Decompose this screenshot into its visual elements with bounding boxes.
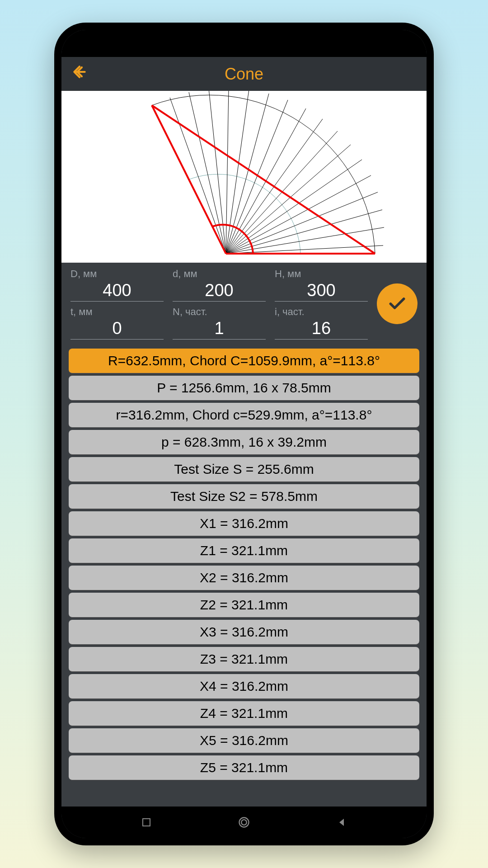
page-title: Cone bbox=[225, 65, 263, 84]
result-row[interactable]: Z2 = 321.1mm bbox=[69, 593, 419, 618]
svg-point-25 bbox=[241, 820, 247, 825]
result-row[interactable]: X5 = 316.2mm bbox=[69, 728, 419, 753]
check-icon bbox=[387, 294, 407, 314]
android-nav-bar bbox=[61, 807, 427, 838]
input-value-i[interactable]: 16 bbox=[275, 319, 368, 340]
input-value-t[interactable]: 0 bbox=[70, 319, 164, 340]
input-label: N, част. bbox=[173, 306, 266, 318]
svg-line-7 bbox=[226, 94, 269, 254]
status-bar bbox=[61, 30, 427, 57]
input-D: D, мм 400 bbox=[70, 268, 164, 302]
input-value-H[interactable]: 300 bbox=[275, 281, 368, 302]
input-grid: D, мм 400 d, мм 200 H, мм 300 t, мм 0 N,… bbox=[70, 268, 368, 340]
result-row[interactable]: R=632.5mm, Chord C=1059.9mm, a°=113.8° bbox=[69, 349, 419, 373]
result-row[interactable]: X1 = 316.2mm bbox=[69, 511, 419, 536]
result-row[interactable]: p = 628.3mm, 16 x 39.2mm bbox=[69, 430, 419, 455]
result-row[interactable]: Z5 = 321.1mm bbox=[69, 755, 419, 780]
input-d: d, мм 200 bbox=[173, 268, 266, 302]
result-row[interactable]: Z3 = 321.1mm bbox=[69, 647, 419, 672]
input-label: D, мм bbox=[70, 268, 164, 280]
input-t: t, мм 0 bbox=[70, 306, 164, 340]
results-list[interactable]: R=632.5mm, Chord C=1059.9mm, a°=113.8°P … bbox=[61, 345, 427, 807]
calculate-button[interactable] bbox=[377, 283, 418, 324]
svg-line-21 bbox=[152, 105, 375, 254]
input-label: t, мм bbox=[70, 306, 164, 318]
cone-diagram bbox=[61, 91, 427, 263]
result-row[interactable]: Z4 = 321.1mm bbox=[69, 701, 419, 726]
input-value-d[interactable]: 200 bbox=[173, 281, 266, 302]
input-label: d, мм bbox=[173, 268, 266, 280]
result-row[interactable]: X4 = 316.2mm bbox=[69, 674, 419, 699]
result-row[interactable]: Z1 = 321.1mm bbox=[69, 538, 419, 563]
svg-line-5 bbox=[226, 91, 229, 254]
home-icon[interactable] bbox=[237, 816, 251, 829]
phone-frame: Cone bbox=[54, 23, 434, 845]
svg-line-8 bbox=[226, 100, 288, 254]
result-row[interactable]: Test Size S2 = 578.5mm bbox=[69, 484, 419, 509]
input-i: i, част. 16 bbox=[275, 306, 368, 340]
input-label: i, част. bbox=[275, 306, 368, 318]
back-arrow-icon[interactable] bbox=[70, 63, 89, 85]
result-row[interactable]: X3 = 316.2mm bbox=[69, 620, 419, 645]
svg-line-20 bbox=[152, 105, 226, 254]
inputs-panel: D, мм 400 d, мм 200 H, мм 300 t, мм 0 N,… bbox=[61, 263, 427, 345]
svg-line-3 bbox=[189, 92, 226, 254]
input-H: H, мм 300 bbox=[275, 268, 368, 302]
svg-line-12 bbox=[226, 145, 351, 254]
svg-line-2 bbox=[170, 98, 226, 254]
result-row[interactable]: Test Size S = 255.6mm bbox=[69, 457, 419, 482]
back-icon[interactable] bbox=[335, 816, 348, 829]
input-label: H, мм bbox=[275, 268, 368, 280]
input-value-D[interactable]: 400 bbox=[70, 281, 164, 302]
result-row[interactable]: X2 = 316.2mm bbox=[69, 566, 419, 590]
input-value-N[interactable]: 1 bbox=[173, 319, 266, 340]
svg-rect-23 bbox=[143, 819, 150, 826]
result-row[interactable]: P = 1256.6mm, 16 x 78.5mm bbox=[69, 376, 419, 401]
svg-point-24 bbox=[239, 818, 249, 827]
recent-apps-icon[interactable] bbox=[140, 816, 153, 829]
screen: Cone bbox=[61, 30, 427, 838]
result-row[interactable]: r=316.2mm, Chord c=529.9mm, a°=113.8° bbox=[69, 403, 419, 428]
header: Cone bbox=[61, 57, 427, 91]
input-N: N, част. 1 bbox=[173, 306, 266, 340]
